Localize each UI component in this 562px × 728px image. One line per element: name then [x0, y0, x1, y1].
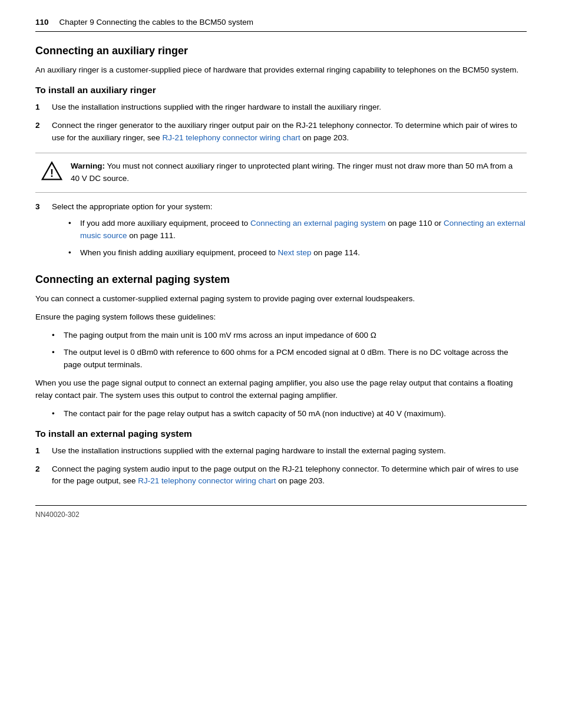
ext-paging-bullet-1: The paging output from the main unit is … [52, 330, 527, 342]
ext-step-2-after: on page 203. [276, 476, 325, 485]
page-footer: NN40020-302 [35, 505, 527, 519]
step-2-text-after: on page 203. [300, 133, 349, 142]
step-2: 2 Connect the ringer generator to the au… [35, 120, 527, 144]
install-aux-ringer-heading: To install an auxiliary ringer [35, 85, 527, 95]
aux-ringer-intro: An auxiliary ringer is a customer-suppli… [35, 64, 527, 77]
step-3-bullets: If you add more auxiliary equipment, pro… [68, 218, 527, 259]
step-1-text: Use the installation instructions suppli… [52, 101, 381, 114]
ext-paging-bullet-2: The output level is 0 dBm0 with referenc… [52, 347, 527, 371]
ext-paging-link[interactable]: Connecting an external paging system [250, 219, 386, 228]
install-aux-ringer-steps: 1 Use the installation instructions supp… [35, 101, 527, 144]
step-3-content: Select the appropriate option for your s… [52, 201, 527, 266]
ext-step-2-text: Connect the paging system audio input to… [52, 463, 527, 488]
warning-box: ! Warning: You must not connect auxiliar… [35, 153, 527, 193]
ext-paging-intro: You can connect a customer-supplied exte… [35, 293, 527, 305]
warning-bold: Warning: [71, 162, 105, 170]
step-1: 1 Use the installation instructions supp… [35, 101, 527, 114]
page-header: 110 Chapter 9 Connecting the cables to t… [35, 18, 527, 32]
bullet-1: If you add more auxiliary equipment, pro… [68, 218, 527, 242]
page-container: 110 Chapter 9 Connecting the cables to t… [0, 0, 562, 542]
bullet-2-before: When you finish adding auxiliary equipme… [80, 248, 277, 257]
page-number: 110 [35, 18, 49, 27]
bullet-2: When you finish adding auxiliary equipme… [68, 247, 527, 259]
step-1-num: 1 [35, 101, 52, 114]
chapter-title: Chapter 9 Connecting the cables to the B… [59, 18, 253, 27]
bullet-2-content: When you finish adding auxiliary equipme… [80, 247, 360, 259]
step-3-list: 3 Select the appropriate option for your… [35, 201, 527, 266]
ext-step-2-num: 2 [35, 463, 52, 488]
ext-paging-bullet2: The contact pair for the page relay outp… [52, 408, 527, 420]
ext-step-1-text: Use the installation instructions suppli… [52, 445, 446, 457]
ext-paging-bullet2-list: The contact pair for the page relay outp… [52, 408, 527, 420]
step-3: 3 Select the appropriate option for your… [35, 201, 527, 266]
step-3-text: Select the appropriate option for your s… [52, 202, 212, 211]
ext-paging-para2: When you use the page signal output to c… [35, 377, 527, 402]
bullet-1-mid: on page 110 or [386, 219, 444, 228]
bullet-1-content: If you add more auxiliary equipment, pro… [80, 218, 527, 242]
warning-body: You must not connect auxiliary ringer to… [71, 162, 513, 183]
svg-text:!: ! [50, 167, 54, 179]
step-2-num: 2 [35, 120, 52, 144]
ext-paging-bullet2-text: The contact pair for the page relay outp… [64, 408, 446, 420]
section-aux-ringer: Connecting an auxiliary ringer An auxili… [35, 45, 527, 77]
step-2-text: Connect the ringer generator to the auxi… [52, 120, 527, 144]
ext-paging-bullets: The paging output from the main unit is … [52, 330, 527, 371]
next-step-link[interactable]: Next step [277, 248, 311, 257]
section-install-ext-paging: To install an external paging system 1 U… [35, 429, 527, 488]
section-ext-paging: Connecting an external paging system You… [35, 274, 527, 420]
ext-paging-heading: Connecting an external paging system [35, 274, 527, 286]
install-ext-paging-heading: To install an external paging system [35, 429, 527, 439]
aux-ringer-heading: Connecting an auxiliary ringer [35, 45, 527, 57]
ext-step-1-num: 1 [35, 445, 52, 457]
ext-paging-bullet-1-text: The paging output from the main unit is … [64, 330, 376, 342]
ext-paging-bullet-2-text: The output level is 0 dBm0 with referenc… [64, 347, 527, 371]
ext-paging-ensure: Ensure the paging system follows these g… [35, 311, 527, 324]
bullet-1-before: If you add more auxiliary equipment, pro… [80, 219, 250, 228]
install-ext-paging-steps: 1 Use the installation instructions supp… [35, 445, 527, 488]
rj21-link-2[interactable]: RJ-21 telephony connector wiring chart [138, 476, 276, 485]
ext-step-2: 2 Connect the paging system audio input … [35, 463, 527, 488]
doc-number: NN40020-302 [35, 510, 80, 519]
warning-icon: ! [41, 160, 62, 182]
bullet-2-after: on page 114. [311, 248, 360, 257]
step-3-num: 3 [35, 201, 52, 266]
section-install-aux-ringer: To install an auxiliary ringer 1 Use the… [35, 85, 527, 265]
rj21-link-1[interactable]: RJ-21 telephony connector wiring chart [163, 133, 300, 142]
bullet-1-after: on page 111. [127, 231, 176, 240]
warning-text: Warning: You must not connect auxiliary … [71, 160, 521, 185]
ext-step-1: 1 Use the installation instructions supp… [35, 445, 527, 457]
